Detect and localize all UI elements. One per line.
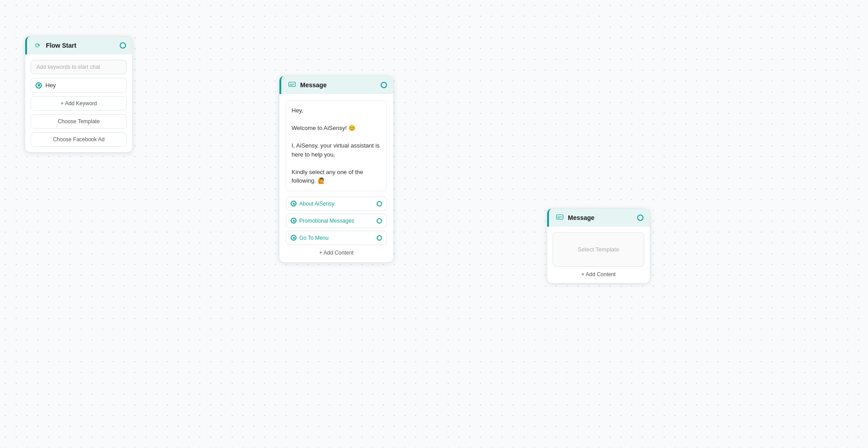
message-node-2-dot[interactable] <box>637 215 643 221</box>
flow-start-dot[interactable] <box>120 42 126 49</box>
choose-template-button[interactable]: Choose Template <box>31 114 127 129</box>
message-node-1-icon <box>288 81 297 90</box>
message-node-2-title: Message <box>568 214 634 221</box>
option-menu-dot[interactable] <box>377 235 382 241</box>
option-promotional[interactable]: Promotional Messages <box>286 214 387 228</box>
option-promotional-left: Promotional Messages <box>291 218 354 224</box>
message-node-1-title: Message <box>300 81 377 89</box>
keyword-radio <box>36 82 42 89</box>
message-node-1: Message Hey, Welcome to AiSensy! 😊 I, Ai… <box>279 76 394 263</box>
keyword-item-hey[interactable]: Hey <box>31 78 127 93</box>
flow-start-title: Flow Start <box>46 42 116 49</box>
option-promotional-dot[interactable] <box>377 218 382 224</box>
message-node-1-dot[interactable] <box>381 82 387 88</box>
option-about-radio <box>291 201 297 206</box>
choose-facebook-ad-button[interactable]: Choose Facebook Ad <box>31 132 127 147</box>
keyword-text-hey: Hey <box>45 82 56 89</box>
option-about-text: About AiSensy <box>299 201 334 207</box>
keyword-input[interactable]: Add keywords to start chat <box>31 60 127 74</box>
message-node-2-icon <box>555 213 564 222</box>
option-menu-text: Go To Menu <box>299 235 328 241</box>
add-keyword-button[interactable]: + Add Keyword <box>31 96 127 111</box>
flow-start-node: ⟳ Flow Start Add keywords to start chat … <box>25 36 133 152</box>
flow-start-icon: ⟳ <box>33 41 42 50</box>
add-content-button-2[interactable]: + Add Content <box>553 271 644 278</box>
message-node-1-header: Message <box>279 76 393 94</box>
option-about-aisensy[interactable]: About AiSensy <box>286 197 387 211</box>
option-about-left: About AiSensy <box>291 201 334 207</box>
message-node-2: Message Select Template + Add Content <box>547 208 650 283</box>
select-template-box[interactable]: Select Template <box>553 232 644 267</box>
flow-start-header: ⟳ Flow Start <box>25 36 132 54</box>
option-promotional-text: Promotional Messages <box>299 218 354 224</box>
option-about-dot[interactable] <box>377 201 382 206</box>
option-menu-left: Go To Menu <box>291 235 328 241</box>
message-node-2-header: Message <box>547 209 650 227</box>
message-node-1-body: Hey, Welcome to AiSensy! 😊 I, AiSensy, y… <box>279 94 393 262</box>
message-node-2-body: Select Template + Add Content <box>547 227 650 283</box>
add-content-button-1[interactable]: + Add Content <box>286 250 387 256</box>
flow-start-body: Add keywords to start chat Hey + Add Key… <box>25 54 132 152</box>
option-menu-radio <box>291 235 297 241</box>
message-content-1: Hey, Welcome to AiSensy! 😊 I, AiSensy, y… <box>286 100 387 191</box>
option-go-to-menu[interactable]: Go To Menu <box>286 231 387 245</box>
option-promotional-radio <box>291 218 297 224</box>
flow-canvas: ✕ ✕ ⟳ Flow Start Add keywords to start c… <box>0 0 868 448</box>
